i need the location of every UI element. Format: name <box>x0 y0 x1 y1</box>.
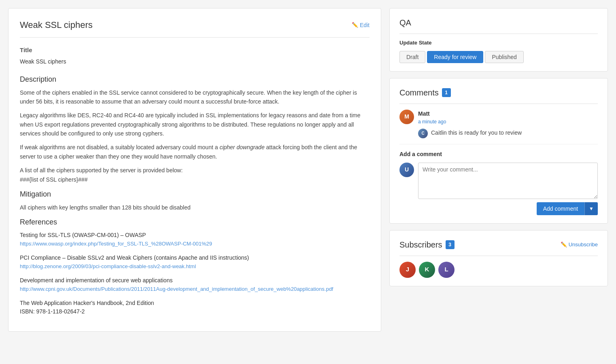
reference-1: Testing for SSL-TLS (OWASP-CM-001) – OWA… <box>20 231 370 248</box>
comments-header: Comments 1 <box>399 87 598 104</box>
subscribers-header: Subscribers 3 ✏️ Unsubscribe <box>399 239 598 256</box>
comments-count-badge: 1 <box>442 88 451 97</box>
comment-content: Matt a minute ago C Caitlin this is read… <box>418 110 598 138</box>
qa-card: QA Update State Draft Ready for review P… <box>389 8 608 72</box>
add-comment-row: U <box>399 163 598 199</box>
avatar-matt: M <box>399 110 414 124</box>
page-title: Weak SSL ciphers <box>20 18 93 32</box>
reference-4: The Web Application Hacker's Handbook, 2… <box>20 299 370 316</box>
comment-textarea[interactable] <box>418 163 598 199</box>
subscriber-avatar-2: K <box>419 262 435 278</box>
references-heading: References <box>20 217 370 228</box>
ref-1-link[interactable]: https://www.owasp.org/index.php/Testing_… <box>20 241 212 247</box>
state-draft-button[interactable]: Draft <box>399 51 425 63</box>
comment-body: C Caitlin this is ready for you to revie… <box>418 129 598 138</box>
comments-title: Comments <box>399 87 439 99</box>
reference-3: Development and implementation of secure… <box>20 276 370 293</box>
edit-icon: ✏️ <box>352 22 358 28</box>
description-heading: Description <box>20 74 370 85</box>
ref-3-title: Development and implementation of secure… <box>20 276 370 285</box>
description-section: Description Some of the ciphers enabled … <box>20 74 370 184</box>
state-buttons: Draft Ready for review Published <box>399 51 598 63</box>
add-comment-btn-group: Add comment ▼ <box>537 202 598 215</box>
description-para-3: If weak algorithms are not disabled, a s… <box>20 143 370 161</box>
reference-2: PCI Compliance – Disable SSLv2 and Weak … <box>20 254 370 271</box>
right-panel: QA Update State Draft Ready for review P… <box>389 8 608 332</box>
ref-3-link[interactable]: http://www.cpni.gov.uk/Documents/Publica… <box>20 286 333 292</box>
state-ready-button[interactable]: Ready for review <box>427 51 483 63</box>
ref-2-title: PCI Compliance – Disable SSLv2 and Weak … <box>20 254 370 262</box>
references-section: References Testing for SSL-TLS (OWASP-CM… <box>20 217 370 316</box>
add-comment-section: Add a comment U Add comment ▼ <box>399 150 598 215</box>
subscribers-count-badge: 3 <box>446 240 455 249</box>
add-comment-dropdown-button[interactable]: ▼ <box>584 202 598 215</box>
comment-body-text: Caitlin this is ready for you to review <box>431 129 522 137</box>
description-para-1: Some of the ciphers enabled in the SSL s… <box>20 88 370 106</box>
title-label: Title <box>20 46 370 55</box>
comments-card: Comments 1 M Matt a minute ago C Caitlin… <box>389 78 608 224</box>
ref-4-title: The Web Application Hacker's Handbook, 2… <box>20 299 370 316</box>
title-value: Weak SSL ciphers <box>20 57 370 66</box>
comment-item: M Matt a minute ago C Caitlin this is re… <box>399 110 598 144</box>
add-comment-label: Add a comment <box>399 150 598 159</box>
add-comment-actions: Add comment ▼ <box>399 202 598 215</box>
ref-2-link[interactable]: http://blog.zenone.org/2009/03/pci-compl… <box>20 263 196 269</box>
comment-time: a minute ago <box>418 118 598 125</box>
mitigation-section: Mitigation All ciphers with key lengths … <box>20 189 370 212</box>
mitigation-text: All ciphers with key lengths smaller tha… <box>20 203 370 212</box>
subscriber-avatars: J K L <box>399 262 598 278</box>
description-para-4: A list of all the ciphers supported by t… <box>20 166 370 184</box>
main-panel-header: Weak SSL ciphers ✏️ Edit <box>20 18 370 38</box>
subscribers-title-group: Subscribers 3 <box>399 239 455 251</box>
title-section: Title Weak SSL ciphers <box>20 46 370 66</box>
update-state-label: Update State <box>399 39 598 47</box>
subscriber-avatar-1: J <box>399 262 416 278</box>
unsubscribe-icon: ✏️ <box>561 241 567 248</box>
subscribers-title: Subscribers <box>399 239 442 251</box>
edit-button[interactable]: ✏️ Edit <box>352 22 370 28</box>
state-published-button[interactable]: Published <box>485 51 524 63</box>
add-comment-button[interactable]: Add comment <box>537 202 584 215</box>
subscribers-card: Subscribers 3 ✏️ Unsubscribe J K L <box>389 230 608 286</box>
main-panel: Weak SSL ciphers ✏️ Edit Title Weak SSL … <box>8 8 381 332</box>
avatar-caitlin-small: C <box>418 129 428 138</box>
ref-1-title: Testing for SSL-TLS (OWASP-CM-001) – OWA… <box>20 231 370 239</box>
unsubscribe-button[interactable]: ✏️ Unsubscribe <box>561 241 598 248</box>
subscriber-avatar-3: L <box>438 262 455 278</box>
comment-author: Matt <box>418 110 598 118</box>
current-user-avatar: U <box>399 163 414 177</box>
mitigation-heading: Mitigation <box>20 189 370 200</box>
qa-title: QA <box>399 17 598 34</box>
description-para-2: Legacy algorithms like DES, RC2-40 and R… <box>20 111 370 138</box>
